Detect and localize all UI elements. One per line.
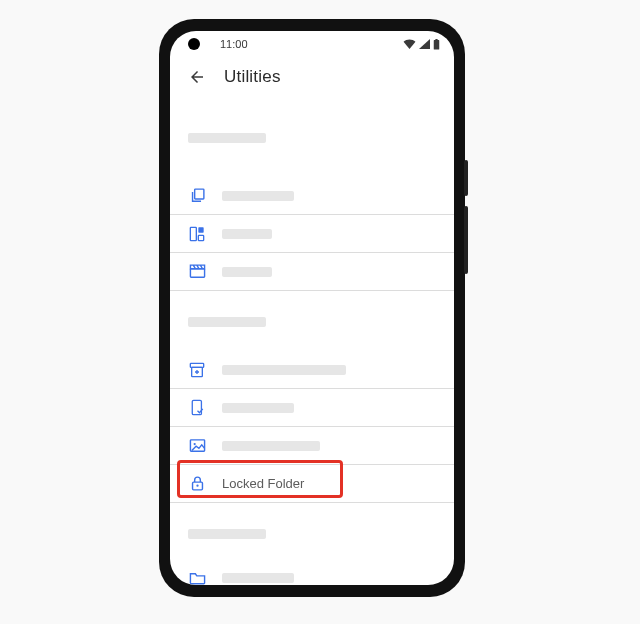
section-header [170, 121, 454, 155]
copy-stack-icon [188, 187, 206, 205]
section-header [170, 305, 454, 339]
placeholder-bar [188, 529, 266, 539]
phone-frame: 11:00 Utilities [160, 20, 464, 596]
phone-check-icon [188, 399, 206, 417]
list-item[interactable] [170, 351, 454, 389]
svg-point-13 [196, 484, 198, 486]
placeholder-bar [222, 267, 272, 277]
phone-side-button [464, 160, 468, 196]
list-item[interactable] [170, 215, 454, 253]
svg-point-11 [193, 443, 195, 445]
arrow-left-icon [188, 68, 206, 86]
list-item[interactable] [170, 177, 454, 215]
utilities-list: Locked Folder [170, 95, 454, 585]
placeholder-bar [222, 229, 272, 239]
svg-rect-3 [190, 227, 196, 240]
svg-rect-5 [198, 235, 203, 240]
placeholder-bar [222, 441, 320, 451]
list-item[interactable] [170, 559, 454, 585]
placeholder-bar [222, 191, 294, 201]
locked-folder-row[interactable]: Locked Folder [170, 465, 454, 503]
status-bar: 11:00 [170, 31, 454, 57]
archive-add-icon [188, 361, 206, 379]
cell-signal-icon [419, 39, 430, 49]
locked-folder-label: Locked Folder [222, 476, 304, 491]
section-header [170, 517, 454, 551]
camera-hole-icon [188, 38, 200, 50]
image-icon [188, 437, 206, 455]
placeholder-bar [222, 573, 294, 583]
svg-rect-0 [434, 40, 440, 49]
list-item[interactable] [170, 253, 454, 291]
folder-icon [188, 569, 206, 585]
page-title: Utilities [224, 67, 281, 87]
battery-icon [433, 39, 440, 50]
app-header: Utilities [170, 57, 454, 95]
svg-rect-1 [435, 39, 437, 40]
back-button[interactable] [188, 68, 206, 86]
list-item[interactable] [170, 389, 454, 427]
svg-rect-6 [190, 269, 204, 278]
svg-rect-4 [198, 227, 203, 232]
phone-screen: 11:00 Utilities [170, 31, 454, 585]
list-item[interactable] [170, 427, 454, 465]
placeholder-bar [188, 317, 266, 327]
placeholder-bar [188, 133, 266, 143]
wifi-icon [403, 39, 416, 49]
phone-side-button [464, 206, 468, 274]
svg-rect-2 [194, 189, 203, 199]
film-clapper-icon [188, 263, 206, 281]
status-clock: 11:00 [220, 38, 248, 50]
lock-icon [188, 475, 206, 493]
placeholder-bar [222, 403, 294, 413]
collage-icon [188, 225, 206, 243]
placeholder-bar [222, 365, 346, 375]
